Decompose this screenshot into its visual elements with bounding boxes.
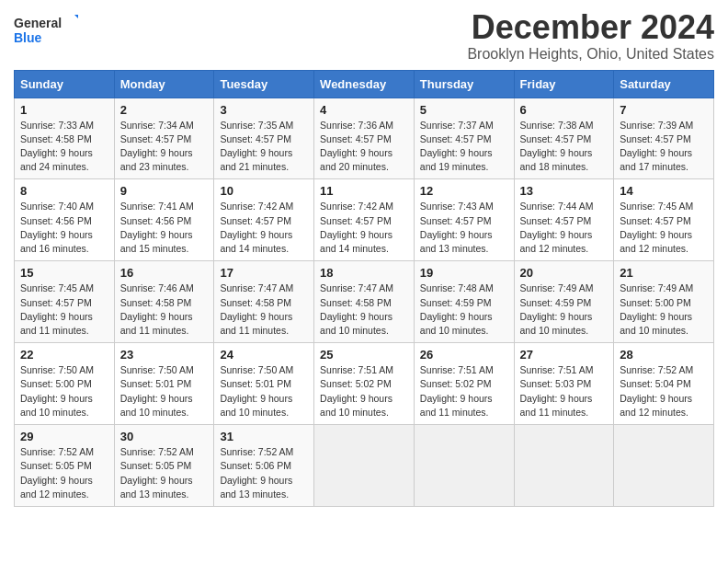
calendar-cell: 13 Sunrise: 7:44 AMSunset: 4:57 PMDaylig… [514,179,614,261]
day-number: 31 [220,430,308,443]
day-header-tuesday: Tuesday [214,70,314,98]
calendar-cell: 24 Sunrise: 7:50 AMSunset: 5:01 PMDaylig… [214,343,314,425]
day-number: 19 [420,266,508,280]
day-info: Sunrise: 7:51 AMSunset: 5:02 PMDaylight:… [420,364,494,418]
day-number: 24 [220,348,308,362]
calendar-cell: 6 Sunrise: 7:38 AMSunset: 4:57 PMDayligh… [514,98,614,179]
calendar-cell: 1 Sunrise: 7:33 AMSunset: 4:58 PMDayligh… [15,98,115,179]
day-info: Sunrise: 7:42 AMSunset: 4:57 PMDaylight:… [220,201,293,254]
calendar-cell: 31 Sunrise: 7:52 AMSunset: 5:06 PMDaylig… [214,425,314,507]
day-info: Sunrise: 7:46 AMSunset: 4:58 PMDaylight:… [120,282,194,336]
day-number: 11 [320,184,408,198]
calendar-cell: 23 Sunrise: 7:50 AMSunset: 5:01 PMDaylig… [114,343,214,425]
calendar-cell: 9 Sunrise: 7:41 AMSunset: 4:56 PMDayligh… [114,179,214,261]
day-info: Sunrise: 7:41 AMSunset: 4:56 PMDaylight:… [120,201,194,254]
title-area: December 2024 Brooklyn Heights, Ohio, Un… [467,9,714,63]
calendar-cell: 17 Sunrise: 7:47 AMSunset: 4:58 PMDaylig… [214,261,314,343]
day-info: Sunrise: 7:52 AMSunset: 5:05 PMDaylight:… [20,446,94,500]
day-number: 18 [320,266,408,280]
day-info: Sunrise: 7:50 AMSunset: 5:01 PMDaylight:… [220,364,293,418]
day-header-sunday: Sunday [15,70,115,98]
day-number: 28 [620,348,708,362]
calendar-cell: 29 Sunrise: 7:52 AMSunset: 5:05 PMDaylig… [15,425,115,507]
day-info: Sunrise: 7:45 AMSunset: 4:57 PMDaylight:… [620,201,693,254]
calendar-cell: 26 Sunrise: 7:51 AMSunset: 5:02 PMDaylig… [414,343,514,425]
calendar-cell [414,425,514,507]
day-info: Sunrise: 7:50 AMSunset: 5:01 PMDaylight:… [120,364,194,418]
day-info: Sunrise: 7:45 AMSunset: 4:57 PMDaylight:… [20,282,94,336]
day-number: 25 [320,348,408,362]
location: Brooklyn Heights, Ohio, United States [467,46,714,63]
day-info: Sunrise: 7:35 AMSunset: 4:57 PMDaylight:… [220,120,293,173]
calendar-cell [614,425,714,507]
day-number: 29 [20,430,108,443]
logo-svg: General Blue [14,13,78,46]
day-info: Sunrise: 7:40 AMSunset: 4:56 PMDaylight:… [20,201,94,254]
logo-general: General [14,16,62,30]
svg-marker-0 [74,15,78,22]
day-info: Sunrise: 7:49 AMSunset: 5:00 PMDaylight:… [620,282,693,336]
logo-blue: Blue [14,30,42,45]
day-number: 26 [420,348,508,362]
day-info: Sunrise: 7:34 AMSunset: 4:57 PMDaylight:… [120,120,194,173]
day-number: 27 [520,348,609,362]
day-number: 16 [120,266,209,280]
day-number: 5 [420,103,508,117]
day-header-friday: Friday [514,70,614,98]
day-info: Sunrise: 7:52 AMSunset: 5:06 PMDaylight:… [220,446,293,500]
calendar-cell: 14 Sunrise: 7:45 AMSunset: 4:57 PMDaylig… [614,179,714,261]
logo: General Blue [14,9,78,46]
day-info: Sunrise: 7:52 AMSunset: 5:04 PMDaylight:… [620,364,693,418]
calendar-cell: 10 Sunrise: 7:42 AMSunset: 4:57 PMDaylig… [214,179,314,261]
calendar-cell [314,425,415,507]
day-number: 4 [320,103,408,117]
day-number: 9 [120,184,209,198]
day-info: Sunrise: 7:47 AMSunset: 4:58 PMDaylight:… [220,282,293,336]
day-number: 14 [620,184,708,198]
calendar-cell: 27 Sunrise: 7:51 AMSunset: 5:03 PMDaylig… [514,343,614,425]
day-info: Sunrise: 7:43 AMSunset: 4:57 PMDaylight:… [420,201,494,254]
calendar-cell: 18 Sunrise: 7:47 AMSunset: 4:58 PMDaylig… [314,261,415,343]
calendar-cell: 21 Sunrise: 7:49 AMSunset: 5:00 PMDaylig… [614,261,714,343]
calendar-cell: 8 Sunrise: 7:40 AMSunset: 4:56 PMDayligh… [15,179,115,261]
calendar-cell: 5 Sunrise: 7:37 AMSunset: 4:57 PMDayligh… [414,98,514,179]
day-info: Sunrise: 7:49 AMSunset: 4:59 PMDaylight:… [520,282,594,336]
day-number: 20 [520,266,609,280]
day-number: 12 [420,184,508,198]
day-info: Sunrise: 7:39 AMSunset: 4:57 PMDaylight:… [620,120,693,173]
day-number: 3 [220,103,308,117]
calendar-cell: 4 Sunrise: 7:36 AMSunset: 4:57 PMDayligh… [314,98,415,179]
calendar-cell: 28 Sunrise: 7:52 AMSunset: 5:04 PMDaylig… [614,343,714,425]
calendar-cell: 3 Sunrise: 7:35 AMSunset: 4:57 PMDayligh… [214,98,314,179]
calendar-cell: 19 Sunrise: 7:48 AMSunset: 4:59 PMDaylig… [414,261,514,343]
calendar-cell: 2 Sunrise: 7:34 AMSunset: 4:57 PMDayligh… [114,98,214,179]
calendar-week-5: 29 Sunrise: 7:52 AMSunset: 5:05 PMDaylig… [15,425,714,507]
day-info: Sunrise: 7:36 AMSunset: 4:57 PMDaylight:… [320,120,393,173]
calendar-cell: 7 Sunrise: 7:39 AMSunset: 4:57 PMDayligh… [614,98,714,179]
calendar-week-2: 8 Sunrise: 7:40 AMSunset: 4:56 PMDayligh… [15,179,714,261]
calendar-cell [514,425,614,507]
day-info: Sunrise: 7:37 AMSunset: 4:57 PMDaylight:… [420,120,494,173]
day-header-wednesday: Wednesday [314,70,415,98]
day-number: 7 [620,103,708,117]
day-number: 23 [120,348,209,362]
day-number: 22 [20,348,108,362]
month-title: December 2024 [467,9,714,46]
day-header-monday: Monday [114,70,214,98]
calendar-cell: 25 Sunrise: 7:51 AMSunset: 5:02 PMDaylig… [314,343,415,425]
day-number: 21 [620,266,708,280]
day-info: Sunrise: 7:51 AMSunset: 5:02 PMDaylight:… [320,364,393,418]
day-number: 6 [520,103,609,117]
day-info: Sunrise: 7:42 AMSunset: 4:57 PMDaylight:… [320,201,393,254]
day-number: 30 [120,430,209,443]
day-number: 15 [20,266,108,280]
calendar-header-row: SundayMondayTuesdayWednesdayThursdayFrid… [15,70,714,98]
day-number: 17 [220,266,308,280]
calendar-cell: 11 Sunrise: 7:42 AMSunset: 4:57 PMDaylig… [314,179,415,261]
day-info: Sunrise: 7:47 AMSunset: 4:58 PMDaylight:… [320,282,393,336]
day-number: 1 [20,103,108,117]
calendar-week-3: 15 Sunrise: 7:45 AMSunset: 4:57 PMDaylig… [15,261,714,343]
header: General Blue December 2024 Brooklyn Heig… [14,9,714,63]
day-info: Sunrise: 7:44 AMSunset: 4:57 PMDaylight:… [520,201,594,254]
day-info: Sunrise: 7:48 AMSunset: 4:59 PMDaylight:… [420,282,494,336]
